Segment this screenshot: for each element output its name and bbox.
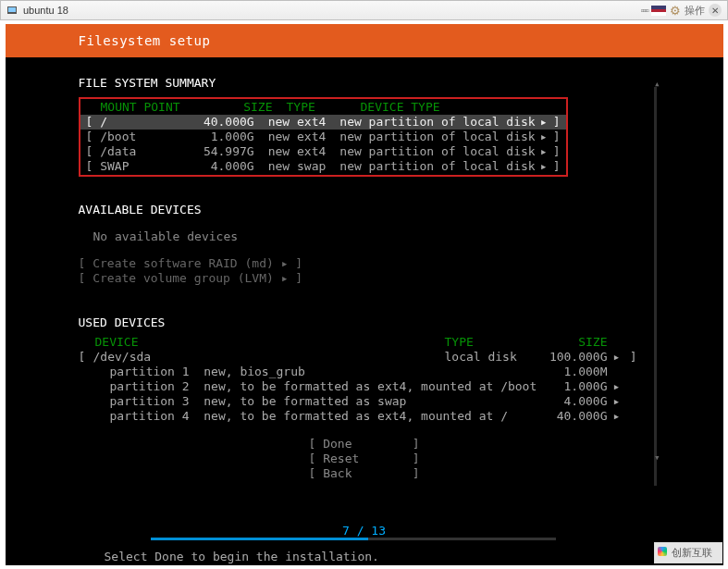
window-layout-icon[interactable]: ▫▫▫▫ — [640, 5, 648, 16]
scrollbar-track[interactable] — [654, 87, 657, 486]
done-button[interactable]: [ Done] — [309, 437, 420, 451]
fs-summary-title: FILE SYSTEM SUMMARY — [79, 76, 723, 90]
svg-rect-1 — [8, 7, 16, 12]
fs-row[interactable]: [ SWAP 4.000G new swap new partition of … — [80, 159, 566, 174]
chevron-right-icon: ▸ — [608, 394, 626, 409]
available-devices-title: AVAILABLE DEVICES — [79, 203, 723, 216]
window-titlebar: ubuntu 18 ▫▫▫▫ ⚙ 操作 ✕ — [0, 0, 728, 20]
progress-fill — [151, 538, 369, 540]
chevron-right-icon: ▸ — [608, 379, 626, 394]
chevron-right-icon: ▸ — [608, 409, 626, 424]
chevron-right-icon: ▸ — [536, 144, 552, 159]
window-title: ubuntu 18 — [23, 5, 68, 16]
disk-row[interactable]: [ /dev/sda local disk 100.000G ▸ ] — [79, 350, 641, 365]
fs-summary-highlight-box: MOUNT POINT SIZE TYPE DEVICE TYPE [ / 40… — [79, 97, 568, 177]
create-lvm-button[interactable]: [ Create volume group (LVM) ▸ ] — [79, 271, 723, 286]
chevron-right-icon: ▸ — [608, 350, 626, 365]
keyboard-flag-icon[interactable] — [651, 6, 666, 16]
reset-button[interactable]: [ Reset] — [309, 451, 420, 466]
fs-row[interactable]: [ / 40.000G new ext4 new partition of lo… — [80, 115, 566, 130]
chevron-right-icon: ▸ — [536, 159, 552, 174]
fs-row[interactable]: [ /boot 1.000G new ext4 new partition of… — [80, 130, 566, 144]
watermark-badge: 创新互联 — [654, 542, 722, 563]
partition-row[interactable]: partition 4 new, to be formatted as ext4… — [79, 409, 641, 424]
used-devices-title: USED DEVICES — [79, 315, 723, 329]
gear-icon[interactable]: ⚙ — [670, 4, 681, 18]
partition-row[interactable]: partition 3 new, to be formatted as swap… — [79, 394, 641, 409]
partition-row[interactable]: partition 1 new, bios_grub 1.000M — [79, 365, 641, 379]
used-header-row: DEVICE TYPE SIZE — [79, 335, 641, 350]
progress-bar — [151, 538, 556, 540]
close-icon[interactable]: ✕ — [709, 4, 722, 17]
scroll-down-icon[interactable]: ▾ — [654, 451, 660, 464]
page-title: Filesystem setup — [6, 24, 723, 57]
fs-header-row: MOUNT POINT SIZE TYPE DEVICE TYPE — [80, 100, 566, 115]
window-app-icon — [6, 5, 18, 16]
footer-hint: Select Done to begin the installation. — [105, 550, 379, 563]
back-button[interactable]: [ Back] — [309, 466, 420, 481]
chevron-right-icon: ▸ — [536, 130, 552, 144]
chevron-right-icon: ▸ — [536, 115, 552, 130]
partition-row[interactable]: partition 2 new, to be formatted as ext4… — [79, 379, 641, 394]
no-devices-text: No available devices — [93, 229, 723, 243]
installer-console: Filesystem setup FILE SYSTEM SUMMARY MOU… — [6, 24, 723, 565]
create-raid-button[interactable]: [ Create software RAID (md) ▸ ] — [79, 256, 723, 271]
fs-row[interactable]: [ /data 54.997G new ext4 new partition o… — [80, 144, 566, 159]
progress-text: 7 / 13 — [6, 524, 723, 538]
action-menu-label[interactable]: 操作 — [685, 4, 705, 18]
